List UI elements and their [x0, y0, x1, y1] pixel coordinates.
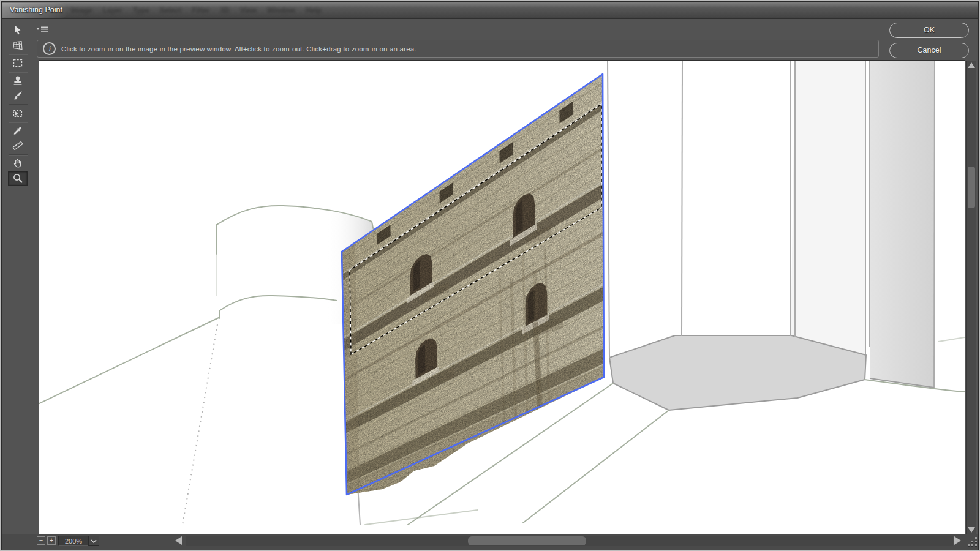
tool-transform[interactable]	[8, 106, 28, 121]
window-title: Vanishing Point	[10, 6, 62, 14]
octagon-top-face	[609, 335, 866, 410]
tool-create-plane[interactable]	[8, 38, 28, 53]
vertical-scrollbar[interactable]	[966, 61, 976, 536]
zoom-in-button[interactable]: +	[47, 536, 56, 545]
menu-item-image: Image	[71, 6, 92, 15]
menu-item-window: Window	[267, 6, 295, 15]
zoom-level-field[interactable]: 200%	[58, 536, 89, 546]
tool-hand[interactable]	[8, 156, 28, 171]
create-plane-icon	[12, 40, 23, 51]
texture-grain	[333, 67, 609, 508]
tool-measure[interactable]	[8, 138, 28, 153]
stamp-icon	[12, 75, 23, 86]
chevron-down-icon	[91, 539, 97, 543]
toolbar-separator	[9, 104, 28, 105]
tool-brush[interactable]	[8, 88, 28, 103]
vanishing-point-dialog: Vanishing Point ImageLayerTypeSelectFilt…	[0, 0, 980, 551]
toolbar-separator	[9, 54, 28, 54]
menu-item-help: Help	[306, 6, 322, 15]
preview-scene	[39, 61, 965, 534]
scroll-left-arrow-icon[interactable]	[175, 536, 182, 545]
menu-item-3d: 3D	[221, 6, 230, 15]
wall-face-light	[791, 61, 865, 354]
tool-stamp[interactable]	[8, 73, 28, 88]
toolbar-separator	[9, 72, 28, 72]
info-icon: i	[43, 42, 56, 55]
menu-item-type: Type	[133, 6, 149, 15]
menu-item-layer: Layer	[103, 6, 123, 15]
scroll-up-arrow-icon[interactable]	[968, 62, 975, 68]
panel-menu-button[interactable]	[36, 25, 49, 34]
eyedropper-icon	[12, 126, 23, 137]
tool-marquee[interactable]	[8, 56, 28, 70]
preview-canvas[interactable]	[39, 61, 965, 534]
flyout-menu-icon	[36, 25, 49, 34]
hidden-edge-dotted-line	[183, 324, 217, 525]
menu-item-view: View	[240, 6, 257, 15]
menu-item-filter: Filter	[192, 6, 209, 15]
horizontal-scrollbar-thumb[interactable]	[468, 536, 586, 545]
tool-eyedropper[interactable]	[8, 124, 28, 138]
scroll-right-arrow-icon[interactable]	[954, 536, 961, 545]
horizontal-scrollbar[interactable]	[186, 536, 953, 546]
menu-item-select: Select	[160, 6, 181, 15]
measure-icon	[12, 140, 23, 151]
marquee-icon	[12, 58, 23, 69]
zoom-dropdown-button[interactable]	[88, 536, 99, 546]
wall-face-shaded	[870, 61, 935, 388]
hand-icon	[12, 158, 23, 169]
tool-zoom[interactable]	[8, 171, 28, 186]
tool-palette	[8, 23, 29, 186]
info-message: Click to zoom-in on the image in the pre…	[61, 45, 417, 53]
brush-icon	[12, 90, 23, 101]
zoom-out-button[interactable]: −	[37, 536, 45, 545]
resize-grip[interactable]	[968, 537, 979, 548]
toolbar-separator	[9, 122, 28, 122]
tool-edit-plane[interactable]	[8, 23, 28, 38]
cancel-button[interactable]: Cancel	[889, 43, 969, 58]
menu-bar-blurred: ImageLayerTypeSelectFilter3DViewWindowHe…	[71, 6, 322, 15]
scroll-down-arrow-icon[interactable]	[968, 527, 975, 533]
edit-plane-icon	[12, 25, 23, 36]
title-bar: Vanishing Point ImageLayerTypeSelectFilt…	[2, 2, 978, 19]
info-bar: i Click to zoom-in on the image in the p…	[37, 40, 879, 58]
transform-icon	[12, 108, 23, 119]
status-bar: − + 200%	[2, 534, 978, 550]
vertical-scrollbar-thumb[interactable]	[968, 167, 975, 208]
toolbar-separator	[9, 154, 28, 155]
zoom-icon	[12, 173, 23, 184]
ok-button[interactable]: OK	[889, 23, 969, 38]
